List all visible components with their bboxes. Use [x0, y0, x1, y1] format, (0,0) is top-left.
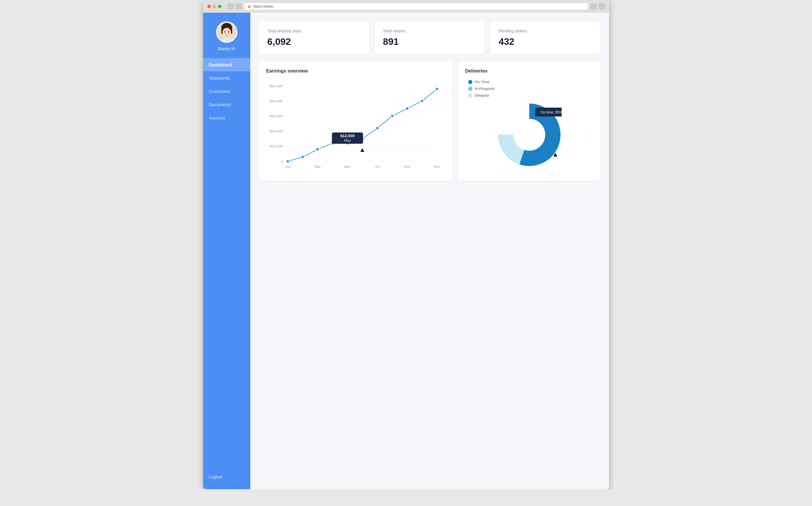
- svg-text:Mar: Mar: [314, 165, 321, 169]
- svg-text:On-time: 55%: On-time: 55%: [540, 110, 562, 114]
- legend-label-ontime: On-Time: [475, 80, 489, 84]
- main-content: Total website visits 6,092 Total returns…: [250, 13, 609, 489]
- maximize-button[interactable]: [218, 5, 221, 8]
- svg-text:Jan: Jan: [285, 165, 291, 169]
- sidebar-item-invoices[interactable]: Invoices: [203, 111, 250, 124]
- stat-label-visits: Total website visits: [267, 28, 361, 33]
- svg-text:Nov: Nov: [434, 165, 440, 169]
- traffic-lights: [207, 5, 221, 8]
- line-chart-svg: $50,000 $40,000 $30,000 $20,000 $10,000 …: [266, 80, 445, 174]
- svg-point-25: [376, 126, 379, 130]
- deliveries-chart-title: Deliveries: [465, 68, 593, 74]
- svg-point-26: [390, 114, 393, 118]
- username: Stacey M.: [217, 46, 236, 51]
- sidebar-item-dashboard[interactable]: Dashboard: [203, 58, 250, 71]
- stat-card-orders: Pending orders 432: [490, 21, 600, 54]
- url-text: https://www.: [253, 4, 274, 9]
- chart-cursor: ▲: [552, 151, 559, 158]
- stat-value-returns: 891: [383, 36, 476, 47]
- svg-point-5: [228, 31, 229, 33]
- line-chart-wrapper: $50,000 $40,000 $30,000 $20,000 $10,000 …: [266, 80, 445, 174]
- svg-point-20: [301, 155, 304, 159]
- svg-text:$20,000: $20,000: [269, 129, 283, 133]
- svg-point-19: [286, 160, 289, 163]
- sidebar-item-shipments[interactable]: Shipments: [203, 71, 250, 85]
- stat-value-visits: 6,092: [267, 36, 361, 47]
- stat-card-returns: Total returns 891: [375, 21, 484, 54]
- browser-window: 🔒 https://www.: [203, 0, 609, 489]
- nav-controls: [227, 3, 242, 10]
- deliveries-chart-card: Deliveries On-Time In-Progress: [458, 61, 600, 181]
- logout-button[interactable]: Logout: [203, 470, 250, 483]
- svg-point-3: [222, 28, 231, 37]
- stat-value-orders: 432: [499, 36, 592, 47]
- svg-text:Sep: Sep: [403, 165, 410, 169]
- forward-button[interactable]: [236, 3, 242, 10]
- legend-item-ontime: On-Time: [468, 80, 494, 84]
- legend-item-inprogress: In-Progress: [468, 86, 494, 91]
- svg-text:0: 0: [281, 160, 283, 164]
- avatar-container: [216, 21, 237, 43]
- address-bar[interactable]: 🔒 https://www.: [245, 3, 588, 10]
- browser-actions: [590, 3, 605, 10]
- close-button[interactable]: [207, 5, 211, 8]
- stat-card-visits: Total website visits 6,092: [259, 21, 369, 54]
- svg-point-27: [405, 107, 409, 110]
- legend-dot-inprogress: [468, 87, 472, 91]
- svg-point-43: [513, 119, 545, 151]
- svg-text:$30,000: $30,000: [269, 114, 283, 118]
- charts-row: Earnings overview $50,000 $: [259, 61, 600, 181]
- donut-container: On-time: 55% ▲: [497, 102, 562, 167]
- legend-label-delayed: Delayed: [475, 93, 489, 98]
- svg-text:$12,000: $12,000: [340, 134, 355, 138]
- nav-menu: Dashboard Shipments Customers Documents …: [203, 58, 250, 470]
- svg-text:May: May: [344, 138, 351, 143]
- svg-text:$50,000: $50,000: [269, 84, 283, 88]
- svg-point-29: [435, 87, 438, 91]
- minimize-button[interactable]: [212, 5, 216, 8]
- svg-text:May: May: [344, 165, 351, 169]
- svg-text:$10,000: $10,000: [269, 145, 283, 149]
- menu-button[interactable]: [599, 3, 605, 10]
- svg-point-4: [224, 31, 225, 33]
- share-button[interactable]: [590, 3, 597, 10]
- legend-item-delayed: Delayed: [468, 93, 494, 98]
- legend-dot-delayed: [468, 93, 472, 98]
- donut-chart-svg: On-time: 55%: [497, 102, 562, 167]
- stat-label-orders: Pending orders: [499, 28, 592, 33]
- stat-cards-row: Total website visits 6,092 Total returns…: [259, 21, 600, 54]
- donut-wrapper: On-Time In-Progress Delayed: [465, 80, 593, 167]
- svg-text:Jul: Jul: [375, 165, 379, 169]
- svg-point-21: [316, 148, 319, 151]
- avatar: [216, 21, 237, 43]
- sidebar: Stacey M. Dashboard Shipments Customers …: [203, 13, 250, 489]
- lock-icon: 🔒: [247, 4, 252, 8]
- sidebar-item-customers[interactable]: Customers: [203, 85, 250, 98]
- browser-titlebar: 🔒 https://www.: [203, 0, 609, 13]
- svg-text:▲: ▲: [359, 146, 365, 153]
- deliveries-legend: On-Time In-Progress Delayed: [465, 80, 494, 98]
- back-button[interactable]: [227, 3, 234, 10]
- sidebar-item-documents[interactable]: Documents: [203, 98, 250, 111]
- legend-dot-ontime: [468, 80, 472, 84]
- stat-label-returns: Total returns: [383, 28, 476, 33]
- svg-point-28: [420, 99, 423, 103]
- app-container: Stacey M. Dashboard Shipments Customers …: [203, 13, 609, 489]
- earnings-chart-title: Earnings overview: [266, 68, 445, 74]
- legend-label-inprogress: In-Progress: [475, 86, 494, 91]
- svg-text:$40,000: $40,000: [269, 99, 283, 103]
- earnings-chart-card: Earnings overview $50,000 $: [259, 61, 452, 181]
